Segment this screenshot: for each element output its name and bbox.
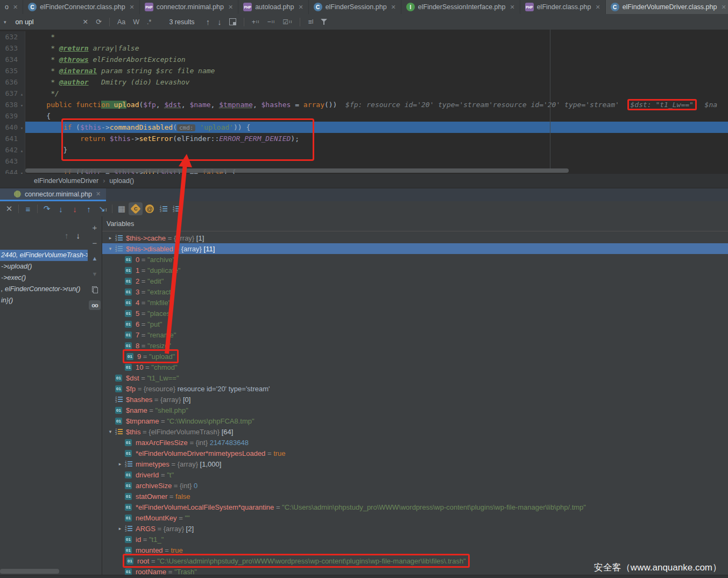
- editor-tab-elFinderSession.php[interactable]: CelFinderSession.php✕: [309, 0, 401, 14]
- editor-tab-elFinderConnector.class.php[interactable]: CelFinderConnector.class.php✕: [23, 0, 140, 14]
- stack-frame[interactable]: in}(): [0, 295, 88, 306]
- clear-search-icon[interactable]: ✕: [79, 18, 92, 26]
- line-number-gutter[interactable]: 635: [0, 65, 25, 76]
- close-icon[interactable]: ✕: [510, 4, 514, 11]
- variable-row[interactable]: 01*elFinderVolumeDriver*mimetypesLoaded …: [102, 448, 728, 459]
- variable-row[interactable]: ▸123$this->cache = {array} [1]: [102, 232, 728, 243]
- variable-row[interactable]: 016 = "put": [102, 319, 728, 329]
- refresh-icon[interactable]: ⟳: [92, 18, 105, 26]
- variable-row[interactable]: 01driverId = "t": [102, 469, 728, 480]
- variable-row[interactable]: 01$dst = "t1_Lw==": [102, 372, 728, 383]
- close-icon[interactable]: ✕: [13, 4, 18, 11]
- step-over-icon[interactable]: ↷: [40, 202, 54, 215]
- breadcrumb-class[interactable]: elFinderVolumeDriver: [34, 177, 98, 185]
- variable-row[interactable]: 01$tmpname = "C:\Windows\phpFCA8.tmp": [102, 415, 728, 426]
- code-line[interactable]: 639 {: [0, 110, 728, 122]
- filter-icon[interactable]: [317, 18, 331, 25]
- search-toggle-.*[interactable]: .*: [143, 18, 155, 26]
- search-toggle-W[interactable]: W: [129, 18, 143, 26]
- variable-row[interactable]: 017 = "rename": [102, 329, 728, 340]
- variable-row[interactable]: ▾123$this = {elFinderVolumeTrash} [64]: [102, 426, 728, 437]
- chevron-right-icon[interactable]: ▸: [105, 235, 115, 241]
- stack-frame[interactable]: ->exec(): [0, 272, 88, 284]
- code-line[interactable]: 635 * @internal param string $src file n…: [0, 65, 728, 76]
- variable-row[interactable]: 01netMountKey = "": [102, 512, 728, 523]
- editor-tab-elFinderSessionInterface.php[interactable]: IelFinderSessionInterface.php✕: [401, 0, 520, 14]
- fold-down-icon[interactable]: ▾: [19, 123, 25, 134]
- add-occurrence-icon[interactable]: +II: [248, 18, 264, 26]
- code-line[interactable]: 636 * @author Dmitry (dio) Levashov: [0, 76, 728, 88]
- debug-tab-connector-minimal[interactable]: connector.minimal.php ✕: [0, 188, 106, 201]
- triangle-down-icon[interactable]: ▼: [89, 269, 101, 279]
- step-into-icon[interactable]: ↓: [54, 202, 68, 215]
- variable-row[interactable]: 018 = "resize": [102, 340, 728, 351]
- variable-row[interactable]: 010 = "archive": [102, 254, 728, 265]
- add-icon[interactable]: +: [89, 222, 101, 232]
- line-number-gutter[interactable]: 642▴: [0, 144, 25, 156]
- variable-row[interactable]: 123$hashes = {array} [0]: [102, 394, 728, 405]
- close-icon[interactable]: ✕: [721, 4, 726, 11]
- variable-row[interactable]: ▸123ARGS = {array} [2]: [102, 523, 728, 534]
- code-line[interactable]: 641 return $this->setError(elFinder::ERR…: [0, 133, 728, 144]
- search-history-icon[interactable]: ▾: [0, 19, 10, 25]
- select-occurrences-icon[interactable]: ☑II: [279, 18, 296, 26]
- variable-row[interactable]: 01$fp = {resource} resource id='20' type…: [102, 383, 728, 394]
- remove-occurrence-icon[interactable]: −II: [263, 18, 279, 26]
- fold-up-icon[interactable]: ▴: [19, 145, 25, 157]
- multiline-icon[interactable]: ≡I: [304, 18, 317, 26]
- line-number-gutter[interactable]: 640▾: [0, 122, 25, 133]
- line-number-gutter[interactable]: 632: [0, 31, 25, 43]
- code-line[interactable]: 632 *: [0, 31, 728, 43]
- variable-row[interactable]: 011 = "duplicate": [102, 265, 728, 276]
- add-watch-icon[interactable]: 123+: [171, 202, 185, 215]
- numbered-list-icon[interactable]: 123: [157, 202, 171, 215]
- code-line[interactable]: 637▴ */: [0, 88, 728, 99]
- fold-down-icon[interactable]: ▾: [19, 168, 25, 174]
- editor-tab-autoload.php[interactable]: PHPautoload.php✕: [238, 0, 309, 14]
- chevron-down-icon[interactable]: ▾: [105, 429, 115, 434]
- line-number-gutter[interactable]: 633: [0, 43, 25, 54]
- code-line[interactable]: 642▴ }: [0, 144, 728, 156]
- line-number-gutter[interactable]: 634: [0, 54, 25, 65]
- evaluate-expression-icon[interactable]: ▦: [115, 202, 129, 215]
- line-number-gutter[interactable]: 638▾: [0, 99, 25, 110]
- close-icon[interactable]: ✕: [391, 4, 396, 11]
- frames-horizontal-scrollbar[interactable]: [0, 569, 59, 574]
- close-icon[interactable]: ✕: [595, 4, 600, 11]
- code-line[interactable]: 643: [0, 156, 728, 167]
- stack-frame[interactable]: 2440, elFinderVolumeTrash->: [0, 250, 88, 261]
- code-line[interactable]: 633 * @return array|false: [0, 43, 728, 54]
- editor-tab-elFinder.class.php[interactable]: PHPelFinder.class.php✕: [520, 0, 606, 14]
- variable-row[interactable]: 014 = "mkfile": [102, 297, 728, 308]
- line-number-gutter[interactable]: 641: [0, 133, 25, 144]
- php-coin-icon[interactable]: C: [129, 202, 143, 215]
- variable-row[interactable]: 01statOwner = false: [102, 491, 728, 502]
- variable-row[interactable]: 01id = "t1_": [102, 534, 728, 545]
- search-input[interactable]: on upl: [16, 18, 79, 26]
- variable-row[interactable]: 012 = "edit": [102, 276, 728, 286]
- show-execution-point-icon[interactable]: ≡: [21, 202, 35, 215]
- variable-row[interactable]: 01maxArcFilesSize = {int} 2147483648: [102, 437, 728, 448]
- step-out-icon[interactable]: ↑: [82, 202, 96, 215]
- variable-row[interactable]: 013 = "extract": [102, 286, 728, 297]
- code-line[interactable]: 640▾ if ($this->commandDisabled(cmd: 'up…: [0, 122, 728, 133]
- force-step-into-icon[interactable]: ↓: [68, 202, 82, 215]
- variable-row[interactable]: 015 = "places": [102, 308, 728, 319]
- line-number-gutter[interactable]: 639: [0, 110, 25, 122]
- chevron-right-icon[interactable]: ▸: [115, 526, 125, 531]
- fold-up-icon[interactable]: ▴: [19, 89, 25, 100]
- editor-horizontal-scrollbar[interactable]: [25, 168, 569, 173]
- code-line[interactable]: 638▾ public function upload($fp, $dst, $…: [0, 99, 728, 110]
- close-icon[interactable]: ✕: [228, 4, 233, 11]
- copy-icon[interactable]: [89, 284, 101, 295]
- fold-down-icon[interactable]: ▾: [19, 100, 25, 111]
- in-selection-icon[interactable]: [225, 18, 240, 25]
- watch-glasses-icon[interactable]: oo: [89, 300, 101, 311]
- line-number-gutter[interactable]: 637▴: [0, 88, 25, 99]
- next-occurrence-icon[interactable]: ↓: [214, 17, 225, 26]
- line-number-gutter[interactable]: 643: [0, 156, 25, 167]
- close-icon[interactable]: ✕: [130, 4, 135, 11]
- variable-row[interactable]: ▸123mimetypes = {array} [1,000]: [102, 459, 728, 469]
- close-icon[interactable]: ✕: [2, 202, 16, 215]
- remove-icon[interactable]: −: [89, 237, 101, 248]
